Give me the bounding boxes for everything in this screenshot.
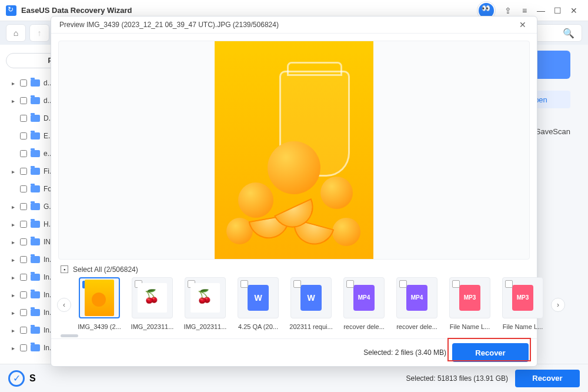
thumb-label: 202311 requi... — [288, 323, 335, 330]
tree-checkbox[interactable] — [20, 256, 27, 263]
thumb-label: recover dele... — [340, 323, 387, 330]
thumb-checkbox[interactable] — [452, 280, 460, 288]
select-all-checkbox[interactable]: ▪ — [61, 265, 68, 273]
progress-check-icon: ✓ — [8, 370, 25, 387]
dialog-title: Preview IMG_3439 (2023_12_21 06_39_47 UT… — [59, 21, 279, 29]
folder-icon — [31, 291, 40, 298]
strip-scrollbar[interactable] — [61, 334, 527, 338]
main-footer: ✓ S Selected: 51813 files (13.91 GB) Rec… — [0, 364, 588, 392]
folder-icon — [31, 150, 40, 157]
folder-icon — [31, 238, 40, 245]
folder-icon — [31, 132, 40, 139]
thumbnail[interactable]: MP3 File Name L... — [498, 277, 547, 330]
thumbnail[interactable]: W 4.25 QA (20... — [233, 277, 283, 330]
tree-checkbox[interactable] — [20, 291, 27, 298]
tree-checkbox[interactable] — [20, 115, 27, 122]
thumb-box[interactable]: W — [238, 277, 279, 318]
thumb-checkbox[interactable] — [505, 280, 513, 288]
app-icon — [6, 5, 16, 16]
preview-dialog: Preview IMG_3439 (2023_12_21 06_39_47 UT… — [51, 16, 537, 367]
folder-icon — [31, 203, 40, 210]
tree-checkbox[interactable] — [20, 221, 27, 228]
dialog-header: Preview IMG_3439 (2023_12_21 06_39_47 UT… — [51, 16, 537, 34]
thumb-box[interactable]: MP4 — [396, 277, 437, 318]
thumbnail[interactable]: IMG_202311... — [181, 277, 230, 330]
app-title: EaseUS Data Recovery Wizard — [21, 6, 132, 15]
home-button[interactable]: ⌂ — [6, 24, 26, 42]
thumb-label: 4.25 QA (20... — [235, 323, 282, 330]
chevron-right-icon: ▸ — [12, 80, 16, 87]
folder-icon — [31, 97, 40, 104]
thumb-box[interactable]: W — [290, 277, 332, 318]
folder-icon — [31, 344, 40, 351]
tree-checkbox[interactable] — [20, 327, 27, 334]
thumb-checkbox[interactable] — [293, 280, 301, 288]
strip-prev-button[interactable]: ‹ — [57, 298, 71, 312]
thumb-checkbox[interactable] — [240, 280, 248, 288]
folder-icon — [31, 327, 40, 334]
savescan-label[interactable]: SaveScan — [536, 127, 570, 136]
folder-icon — [533, 51, 570, 79]
thumb-label: File Name L... — [446, 323, 493, 330]
thumbnail[interactable]: MP4 recover dele... — [339, 277, 389, 330]
thumbnail[interactable]: W 202311 requi... — [286, 277, 336, 330]
thumb-label: IMG_202311... — [129, 323, 176, 330]
thumbnail[interactable]: ✓ IMG_3439 (2... — [75, 277, 124, 330]
folder-icon — [31, 309, 40, 316]
tree-checkbox[interactable] — [20, 344, 27, 351]
tree-checkbox[interactable] — [20, 132, 27, 139]
thumb-box[interactable]: MP3 — [449, 277, 490, 318]
tree-checkbox[interactable] — [20, 203, 27, 210]
thumbnail-strip: ‹ ✓ IMG_3439 (2... IMG_202311... IMG_202… — [51, 276, 537, 334]
thumb-label: IMG_3439 (2... — [76, 323, 123, 330]
maximize-button[interactable]: ☐ — [549, 2, 566, 19]
chevron-right-icon: ▸ — [12, 98, 16, 104]
up-button[interactable]: ↑ — [29, 24, 49, 42]
thumb-box[interactable] — [185, 277, 226, 318]
thumb-checkbox[interactable] — [399, 280, 407, 288]
preview-image — [215, 41, 373, 259]
thumb-box[interactable] — [132, 277, 173, 318]
close-button[interactable]: ✕ — [566, 2, 582, 19]
thumb-box[interactable]: MP3 — [502, 277, 543, 318]
thumbnail[interactable]: IMG_202311... — [128, 277, 177, 330]
select-all-label: Select All (2/506824) — [73, 265, 138, 274]
tree-checkbox[interactable] — [20, 97, 27, 104]
folder-icon — [31, 185, 40, 192]
tree-checkbox[interactable] — [20, 185, 27, 192]
thumb-box[interactable]: MP4 — [343, 277, 385, 318]
tree-checkbox[interactable] — [20, 168, 27, 175]
tree-checkbox[interactable] — [20, 309, 27, 316]
chevron-right-icon: ▸ — [12, 168, 16, 175]
chevron-right-icon: ▸ — [12, 274, 16, 281]
chevron-right-icon: ▸ — [12, 221, 16, 228]
thumb-label: IMG_202311... — [182, 323, 229, 330]
chevron-right-icon: ▸ — [12, 257, 16, 263]
thumb-box[interactable]: ✓ — [79, 277, 120, 318]
dialog-footer: Selected: 2 files (3.40 MB) Recover — [51, 338, 537, 366]
folder-icon — [31, 274, 40, 281]
thumbnail[interactable]: MP4 recover dele... — [392, 277, 442, 330]
chevron-right-icon: ▸ — [12, 204, 16, 210]
dialog-close-button[interactable]: ✕ — [517, 19, 529, 31]
select-all-row[interactable]: ▪ Select All (2/506824) — [51, 263, 537, 276]
thumb-label: recover dele... — [393, 323, 440, 330]
dialog-recover-button[interactable]: Recover — [452, 343, 529, 362]
thumbnail[interactable]: MP3 File Name L... — [445, 277, 495, 330]
folder-icon — [31, 221, 40, 228]
chevron-right-icon: ▸ — [12, 239, 16, 245]
tree-checkbox[interactable] — [20, 150, 27, 157]
tree-checkbox[interactable] — [20, 274, 27, 281]
folder-icon — [31, 115, 40, 122]
folder-icon — [31, 168, 40, 175]
dialog-selected-label: Selected: 2 files (3.40 MB) — [363, 348, 446, 357]
main-recover-button[interactable]: Recover — [515, 370, 580, 387]
chevron-right-icon: ▸ — [12, 345, 16, 351]
chevron-right-icon: ▸ — [12, 327, 16, 334]
chevron-right-icon: ▸ — [12, 310, 16, 316]
preview-area — [58, 41, 530, 260]
thumb-checkbox[interactable] — [346, 280, 354, 288]
main-selected-label: Selected: 51813 files (13.91 GB) — [406, 374, 508, 383]
tree-checkbox[interactable] — [20, 238, 27, 245]
tree-checkbox[interactable] — [20, 79, 27, 87]
